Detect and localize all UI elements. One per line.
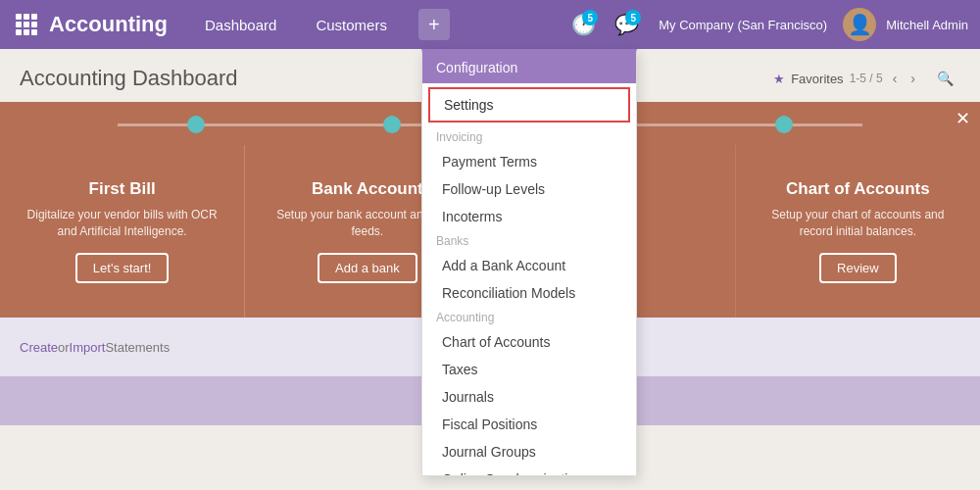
page-title: Accounting Dashboard	[20, 66, 238, 91]
card-desc-1: Digitalize your vendor bills with OCR an…	[20, 207, 224, 240]
activity-badge: 5	[582, 10, 598, 25]
prev-page-button[interactable]: ‹	[889, 69, 902, 88]
nav-items: Dashboard Customers +	[197, 9, 566, 40]
dropdown-item-taxes[interactable]: Taxes	[422, 356, 636, 383]
dropdown-scroll-area: Settings Invoicing Payment Terms Follow-…	[422, 83, 636, 475]
favorites-label: Favorites	[791, 72, 843, 86]
activity-button[interactable]: 🕐 5	[566, 8, 600, 41]
nav-right: 🕐 5 💬 5 My Company (San Francisco) 👤 Mit…	[566, 8, 968, 41]
dropdown-item-incoterms[interactable]: Incoterms	[422, 203, 636, 230]
card-title-2: Bank Account	[312, 179, 423, 199]
section-label-banks: Banks	[422, 230, 636, 252]
create-link[interactable]: Create	[20, 340, 58, 355]
company-name: My Company (San Francisco)	[659, 18, 827, 32]
dropdown-item-reconciliation-models[interactable]: Reconciliation Models	[422, 279, 636, 307]
search-icon: 🔍	[937, 71, 954, 86]
nav-plus-button[interactable]: +	[418, 9, 450, 40]
import-link[interactable]: Import	[70, 340, 106, 355]
card-desc-4: Setup your chart of accounts and record …	[756, 207, 960, 240]
dropdown-item-chart-of-accounts[interactable]: Chart of Accounts	[422, 328, 636, 356]
card-title-1: First Bill	[89, 179, 156, 199]
nav-customers[interactable]: Customers	[308, 13, 395, 37]
user-avatar: 👤	[843, 8, 876, 41]
review-button[interactable]: Review	[819, 253, 897, 283]
dropdown-item-add-bank-account[interactable]: Add a Bank Account	[422, 252, 636, 279]
messages-badge: 5	[625, 10, 641, 25]
app-title: Accounting	[49, 12, 168, 37]
messages-button[interactable]: 💬 5	[610, 8, 643, 41]
add-bank-button[interactable]: Add a bank	[318, 253, 417, 283]
top-navigation: Accounting Dashboard Customers + 🕐 5 💬 5…	[0, 0, 980, 49]
banner-close-button[interactable]: ✕	[956, 108, 970, 129]
next-page-button[interactable]: ›	[906, 69, 919, 88]
banner-card-first-bill: First Bill Digitalize your vendor bills …	[0, 145, 245, 318]
dropdown-item-online-sync[interactable]: Online Synchronization	[422, 466, 636, 475]
dropdown-item-journal-groups[interactable]: Journal Groups	[422, 438, 636, 466]
page-info: 1-5 / 5	[850, 72, 883, 85]
dropdown-header: Configuration	[422, 52, 636, 83]
configuration-dropdown: Configuration Settings Invoicing Payment…	[421, 49, 637, 476]
search-button[interactable]: 🔍	[929, 63, 960, 94]
settings-item[interactable]: Settings	[428, 87, 630, 122]
dropdown-item-followup-levels[interactable]: Follow-up Levels	[422, 175, 636, 203]
section-label-invoicing: Invoicing	[422, 126, 636, 148]
grid-menu-icon[interactable]	[12, 10, 41, 39]
section-label-accounting: Accounting	[422, 307, 636, 328]
user-name: Mitchell Admin	[886, 18, 968, 32]
or-text: or	[58, 340, 70, 355]
statements-text: Statements	[105, 340, 170, 355]
dropdown-item-fiscal-positions[interactable]: Fiscal Positions	[422, 411, 636, 438]
lets-start-button[interactable]: Let's start!	[75, 253, 170, 283]
favorites-star-icon: ★	[773, 72, 785, 86]
nav-dashboard[interactable]: Dashboard	[197, 13, 284, 37]
card-title-4: Chart of Accounts	[786, 179, 930, 199]
banner-card-chart-of-accounts: Chart of Accounts Setup your chart of ac…	[736, 145, 980, 318]
dropdown-item-journals[interactable]: Journals	[422, 383, 636, 411]
dropdown-item-payment-terms[interactable]: Payment Terms	[422, 148, 636, 175]
